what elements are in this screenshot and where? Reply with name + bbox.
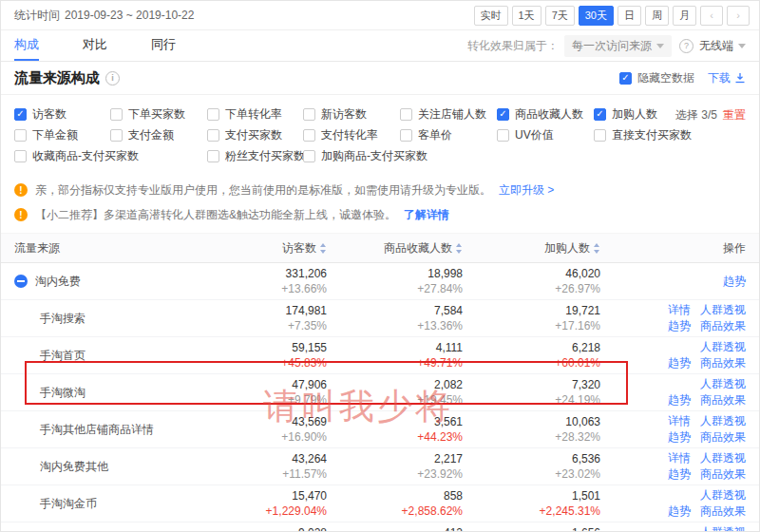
hide-empty-checkbox[interactable] <box>619 72 632 85</box>
op-link-趋势[interactable]: 趋势 <box>723 275 746 289</box>
metric-option[interactable]: 收藏商品-支付买家数 <box>14 145 110 166</box>
download-button[interactable]: 下载 <box>708 70 746 86</box>
hide-empty-toggle[interactable]: 隐藏空数据 <box>619 70 694 86</box>
op-link-商品效果[interactable]: 商品效果 <box>700 504 746 519</box>
op-link-详情[interactable]: 详情 <box>668 414 691 428</box>
metric-checkbox[interactable] <box>303 129 315 142</box>
metric-checkbox[interactable] <box>207 108 219 121</box>
op-link-人群透视[interactable]: 人群透视 <box>700 488 746 503</box>
metric-option[interactable]: 访客数 <box>14 104 110 124</box>
op-link-趋势[interactable]: 趋势 <box>668 356 691 370</box>
metric-option[interactable]: 支付买家数 <box>207 124 303 145</box>
sort-icon[interactable] <box>320 243 327 254</box>
date-range-value: 2019-09-23 ~ 2019-10-22 <box>65 9 194 22</box>
op-link-商品效果[interactable]: 商品效果 <box>700 430 746 445</box>
metric-option[interactable]: 支付金额 <box>110 124 207 145</box>
metric-checkbox[interactable] <box>303 150 315 162</box>
metric-option[interactable]: 关注店铺人数 <box>400 104 497 124</box>
prev-button[interactable]: ‹ <box>700 6 723 26</box>
metric-label: 新访客数 <box>321 106 367 123</box>
op-link-人群透视[interactable]: 人群透视 <box>700 414 746 428</box>
op-link-商品效果[interactable]: 商品效果 <box>700 356 746 370</box>
metric-checkbox[interactable] <box>207 150 219 162</box>
metric-option[interactable]: UV价值 <box>497 124 594 145</box>
op-link-人群透视[interactable]: 人群透视 <box>700 377 746 391</box>
op-link-商品效果[interactable]: 商品效果 <box>700 393 746 408</box>
op-link-人群透视[interactable]: 人群透视 <box>700 303 746 317</box>
op-link-人群透视[interactable]: 人群透视 <box>700 451 746 466</box>
metric-option[interactable]: 支付转化率 <box>303 124 400 145</box>
op-link-人群透视[interactable]: 人群透视 <box>700 340 746 354</box>
sort-icon[interactable] <box>594 243 600 254</box>
attribution-value: 每一次访问来源 <box>572 38 652 54</box>
download-label: 下载 <box>708 70 731 86</box>
terminal-dropdown[interactable]: 无线端 <box>699 38 746 54</box>
op-link-人群透视[interactable]: 人群透视 <box>700 525 746 532</box>
next-button[interactable]: › <box>727 6 750 26</box>
change: +49.71% <box>417 356 463 370</box>
reset-button[interactable]: 重置 <box>723 107 746 124</box>
metric-checkbox[interactable] <box>400 108 412 121</box>
metric-checkbox[interactable] <box>14 150 27 162</box>
op-link-商品效果[interactable]: 商品效果 <box>700 467 746 482</box>
attribution-label: 转化效果归属于： <box>467 38 559 54</box>
row-cart-cell: 1,501+2,245.31% <box>463 485 600 522</box>
promo-link[interactable]: 了解详情 <box>404 207 449 223</box>
tab-row: 构成对比同行 转化效果归属于： 每一次访问来源 无线端 <box>1 30 759 62</box>
row-ops-cell: 人群透视趋势商品效果 <box>600 374 759 410</box>
op-link-趋势[interactable]: 趋势 <box>668 319 691 333</box>
tab-同行[interactable]: 同行 <box>151 30 176 61</box>
metric-option[interactable]: 加购商品-支付买家数 <box>303 145 400 166</box>
tab-构成[interactable]: 构成 <box>14 30 39 61</box>
range-button[interactable]: 周 <box>645 6 669 26</box>
change: +13.66% <box>281 282 327 296</box>
stat-time: 统计时间 2019-09-23 ~ 2019-10-22 <box>14 8 194 24</box>
info-icon[interactable] <box>105 71 120 86</box>
metric-checkbox[interactable] <box>594 108 606 121</box>
collapse-icon[interactable] <box>14 275 28 288</box>
op-link-趋势[interactable]: 趋势 <box>668 504 691 519</box>
metric-option[interactable]: 粉丝支付买家数 <box>207 145 303 166</box>
metric-option[interactable]: 商品收藏人数 <box>497 104 594 124</box>
sort-icon[interactable] <box>456 243 463 254</box>
metric-option[interactable]: 直接支付买家数 <box>594 124 698 145</box>
metric-checkbox[interactable] <box>400 129 412 142</box>
attribution-dropdown[interactable]: 每一次访问来源 <box>564 35 672 57</box>
metric-checkbox[interactable] <box>497 108 509 121</box>
metric-option[interactable]: 下单转化率 <box>207 104 303 124</box>
op-link-趋势[interactable]: 趋势 <box>668 467 691 482</box>
metric-checkbox[interactable] <box>497 129 509 142</box>
op-link-商品效果[interactable]: 商品效果 <box>700 319 746 333</box>
range-button[interactable]: 日 <box>618 6 641 26</box>
header-source: 流量来源 <box>1 240 206 256</box>
range-button[interactable]: 30天 <box>579 6 614 26</box>
op-link-详情[interactable]: 详情 <box>668 303 691 317</box>
metric-checkbox[interactable] <box>14 108 27 121</box>
value: 9,028 <box>298 526 327 532</box>
range-button[interactable]: 实时 <box>474 6 508 26</box>
metric-checkbox[interactable] <box>110 108 123 121</box>
change: +27.84% <box>417 282 463 296</box>
op-link-趋势[interactable]: 趋势 <box>668 430 691 445</box>
op-link-趋势[interactable]: 趋势 <box>668 393 691 408</box>
help-icon[interactable] <box>679 39 694 53</box>
metric-label: 直接支付买家数 <box>612 127 692 143</box>
metric-checkbox[interactable] <box>594 129 606 142</box>
metric-option[interactable]: 新访客数 <box>303 104 400 124</box>
row-collect-cell: 4,111+49.71% <box>327 337 463 373</box>
metric-checkbox[interactable] <box>110 129 123 142</box>
tab-对比[interactable]: 对比 <box>83 30 107 61</box>
range-button[interactable]: 1天 <box>512 6 542 26</box>
range-button[interactable]: 7天 <box>545 6 575 26</box>
upgrade-link[interactable]: 立即升级 > <box>499 182 554 199</box>
metric-checkbox[interactable] <box>207 129 219 142</box>
metric-label: 收藏商品-支付买家数 <box>32 148 139 164</box>
metric-checkbox[interactable] <box>303 108 315 121</box>
op-link-详情[interactable]: 详情 <box>668 451 691 466</box>
metric-option[interactable]: 下单买家数 <box>110 104 207 124</box>
range-button[interactable]: 月 <box>673 6 696 26</box>
metric-checkbox[interactable] <box>14 129 27 142</box>
metric-option[interactable]: 下单金额 <box>14 124 110 145</box>
row-cart-cell: 46,020+26.97% <box>463 263 600 299</box>
metric-option[interactable]: 客单价 <box>400 124 497 145</box>
